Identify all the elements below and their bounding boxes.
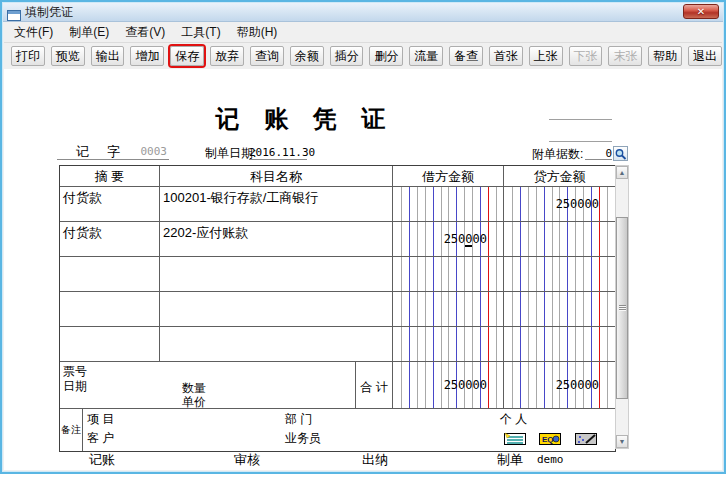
salesman-label[interactable]: 业务员 [285,430,321,447]
vertical-scrollbar[interactable]: ▲ ▼ [615,165,629,449]
table-row-2-summary[interactable] [60,257,160,292]
voucher-number[interactable]: 0003 [141,145,168,158]
scroll-down-button[interactable]: ▼ [616,435,628,448]
date-field[interactable]: 2016.11.30 [249,143,307,160]
toolbar-reference-button[interactable]: 备查 [449,46,483,66]
toolbar-discard-button[interactable]: 放弃 [210,46,244,66]
ticket-date-label: 日期 [63,378,87,395]
table-row-4-credit[interactable] [504,327,615,362]
table-row-4-account[interactable] [160,327,393,362]
voucher-word-field[interactable]: 记 字 0003 [57,143,169,160]
menu-bar: 文件(F) 制单(E) 查看(V) 工具(T) 帮助(H) [4,23,722,42]
blank-signature-line [549,119,612,120]
preparer-name: demo [537,453,564,466]
remarks-area: 项 目 客 户 部 门 业务员 个 人 EQ [83,409,615,451]
table-row-3-summary[interactable] [60,292,160,327]
toolbar-output-button[interactable]: 输出 [91,46,125,66]
wand-icon[interactable] [574,432,598,446]
blank-signature-line [549,141,612,142]
menu-make[interactable]: 制单(E) [63,22,119,43]
voucher-title: 记 账 凭 证 [174,103,436,135]
ticket-cell[interactable]: 票号 日期 数量 单价 [60,362,356,409]
remarks-label: 备注 [60,409,83,451]
toolbar-balance-button[interactable]: 余额 [290,46,324,66]
toolbar-previous-button[interactable]: 上张 [529,46,563,66]
toolbar-print-button[interactable]: 打印 [11,46,45,66]
table-row-3-credit[interactable] [504,292,615,327]
attachment-count-field[interactable]: 0 [585,144,612,160]
department-label[interactable]: 部 门 [285,411,312,428]
audit-label: 审核 [234,451,260,469]
toolbar-delete-button[interactable]: 删分 [369,46,403,66]
total-label: 合 计 [356,362,393,409]
table-row-1-credit[interactable] [504,222,615,257]
toolbar-save-button[interactable]: 保存 [170,46,204,66]
toolbar-help-button[interactable]: 帮助 [648,46,682,66]
cashier-label: 出纳 [362,451,388,469]
table-row-2-account[interactable] [160,257,393,292]
bookkeeping-label: 记账 [89,451,115,469]
table-row-2-credit[interactable] [504,257,615,292]
attachment-count-label: 附单据数: [532,146,583,163]
project-label[interactable]: 项 目 [87,411,114,428]
header-credit: 贷方金额 [504,166,615,187]
toolbar-preview-button[interactable]: 预览 [51,46,85,66]
window-icon [7,7,21,18]
table-row-0-credit[interactable]: 250000 [504,187,615,222]
ole-object-icon[interactable]: EQ [538,432,562,446]
magnifier-icon[interactable] [613,146,628,161]
person-label[interactable]: 个 人 [500,411,527,428]
table-row-0-account[interactable]: 100201-银行存款/工商银行 [160,187,393,222]
voucher-word-prefix: 记 [76,143,89,161]
text-cursor [465,245,472,247]
svg-text:EQ: EQ [542,435,554,444]
table-row-4-summary[interactable] [60,327,160,362]
toolbar-next-button: 下张 [569,46,603,66]
toolbar-first-button[interactable]: 首张 [489,46,523,66]
table-row-1-account[interactable]: 2202-应付账款 [160,222,393,257]
table-row-0-debit[interactable] [393,187,504,222]
scrollbar-thumb[interactable] [616,217,628,399]
table-row-4-debit[interactable] [393,327,504,362]
toolbar-last-button: 末张 [608,46,642,66]
toolbar-query-button[interactable]: 查询 [250,46,284,66]
thumb-grip [619,305,626,311]
voucher-word-suffix: 字 [107,143,120,161]
header-summary: 摘 要 [60,166,160,187]
customer-label[interactable]: 客 户 [87,430,114,447]
window-title: 填制凭证 [25,4,73,21]
total-debit: 250000 [393,362,504,409]
close-button[interactable]: ✕ [683,4,719,19]
menu-help[interactable]: 帮助(H) [231,22,288,43]
toolbar: 打印 预览 输出 增加 保存 放弃 查询 余额 插分 删分 流量 备查 首张 上… [4,42,722,69]
menu-view[interactable]: 查看(V) [119,22,175,43]
voucher-window: 填制凭证 ✕ 文件(F) 制单(E) 查看(V) 工具(T) 帮助(H) 打印 … [0,0,726,474]
table-row-0-summary[interactable]: 付货款 [60,187,160,222]
total-credit: 250000 [504,362,615,409]
titlebar[interactable]: 填制凭证 ✕ [3,3,723,22]
toolbar-add-button[interactable]: 增加 [130,46,164,66]
table-row-1-debit[interactable]: 250000 [393,222,504,257]
toolbar-insert-button[interactable]: 插分 [330,46,364,66]
table-row-1-summary[interactable]: 付货款 [60,222,160,257]
header-debit: 借方金额 [393,166,504,187]
menu-file[interactable]: 文件(F) [8,22,63,43]
note-icon[interactable] [503,432,527,446]
preparer-label: 制单 [497,451,523,469]
scroll-up-button[interactable]: ▲ [616,166,628,179]
voucher-table: 摘 要 科目名称 借方金额 贷方金额 付货款 100201-银行存款/工商银行 … [59,165,616,452]
table-row-3-account[interactable] [160,292,393,327]
toolbar-flow-button[interactable]: 流量 [409,46,443,66]
table-row-3-debit[interactable] [393,292,504,327]
voucher-form: 记 账 凭 证 记 字 0003 制单日期: 2016.11.30 附单据数: … [4,69,722,470]
menu-tools[interactable]: 工具(T) [175,22,230,43]
header-account: 科目名称 [160,166,393,187]
toolbar-exit-button[interactable]: 退出 [688,46,722,66]
table-row-2-debit[interactable] [393,257,504,292]
